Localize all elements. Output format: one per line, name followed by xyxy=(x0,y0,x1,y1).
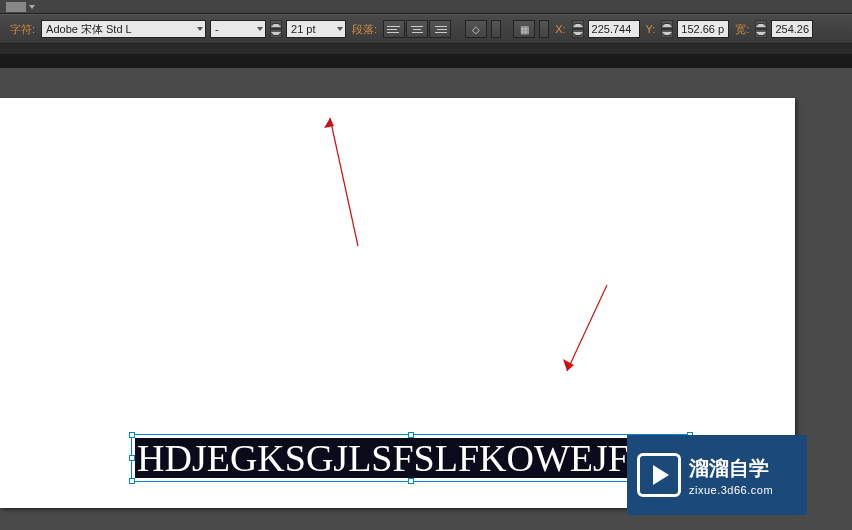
svg-marker-1 xyxy=(324,118,334,128)
align-right-button[interactable] xyxy=(429,20,451,38)
svg-line-0 xyxy=(330,118,358,246)
resize-handle[interactable] xyxy=(129,478,135,484)
font-size-value: 21 pt xyxy=(291,23,315,35)
x-spinner[interactable] xyxy=(572,20,584,38)
font-family-dropdown[interactable]: Adobe 宋体 Std L xyxy=(41,20,206,38)
x-value: 225.744 xyxy=(592,23,632,35)
svg-marker-3 xyxy=(563,359,574,371)
play-icon xyxy=(637,453,681,497)
w-label: 宽: xyxy=(733,22,751,37)
w-spinner[interactable] xyxy=(755,20,767,38)
text-toolbar: 字符: Adobe 宋体 Std L - 21 pt 段落: ◇ ▦ X: 22 xyxy=(0,14,852,44)
annotation-arrow-2 xyxy=(555,283,615,383)
align-group xyxy=(383,20,451,38)
x-input[interactable]: 225.744 xyxy=(588,20,640,38)
watermark-title: 溜溜自学 xyxy=(689,455,773,482)
font-size-spinner[interactable] xyxy=(270,20,282,38)
y-spinner[interactable] xyxy=(661,20,673,38)
w-input[interactable]: 254.26 xyxy=(771,20,813,38)
paragraph-label: 段落: xyxy=(350,22,379,37)
font-size-dropdown[interactable]: 21 pt xyxy=(286,20,346,38)
font-style-value: - xyxy=(215,23,219,35)
text-frame[interactable]: HDJEGKSGJLSFSLFKOWEJF xyxy=(131,434,691,482)
grid-icon[interactable]: ▦ xyxy=(513,20,535,38)
font-family-value: Adobe 宋体 Std L xyxy=(46,22,132,37)
watermark-url: zixue.3d66.com xyxy=(689,484,773,496)
layout-dropdown-arrow[interactable] xyxy=(28,3,36,11)
font-style-dropdown[interactable]: - xyxy=(210,20,266,38)
chevron-down-icon xyxy=(257,27,263,31)
layout-icon[interactable] xyxy=(6,2,26,12)
transform-dropdown[interactable] xyxy=(491,20,501,38)
selected-text[interactable]: HDJEGKSGJLSFSLFKOWEJF xyxy=(135,438,687,478)
chevron-down-icon xyxy=(337,27,343,31)
align-center-button[interactable] xyxy=(406,20,428,38)
watermark: 溜溜自学 zixue.3d66.com xyxy=(627,435,807,515)
chevron-down-icon xyxy=(197,27,203,31)
align-left-button[interactable] xyxy=(383,20,405,38)
character-label: 字符: xyxy=(8,22,37,37)
resize-handle[interactable] xyxy=(129,432,135,438)
annotation-arrow-1 xyxy=(320,106,370,251)
y-input[interactable]: 152.66 p xyxy=(677,20,729,38)
resize-handle[interactable] xyxy=(408,432,414,438)
tab-strip xyxy=(0,0,852,14)
divider xyxy=(0,44,852,54)
resize-handle[interactable] xyxy=(408,478,414,484)
grid-dropdown[interactable] xyxy=(539,20,549,38)
y-label: Y: xyxy=(644,23,658,35)
ruler-area xyxy=(0,54,852,68)
transform-icon[interactable]: ◇ xyxy=(465,20,487,38)
y-value: 152.66 p xyxy=(681,23,724,35)
w-value: 254.26 xyxy=(775,23,809,35)
x-label: X: xyxy=(553,23,567,35)
resize-handle[interactable] xyxy=(129,455,135,461)
svg-line-2 xyxy=(567,285,607,371)
